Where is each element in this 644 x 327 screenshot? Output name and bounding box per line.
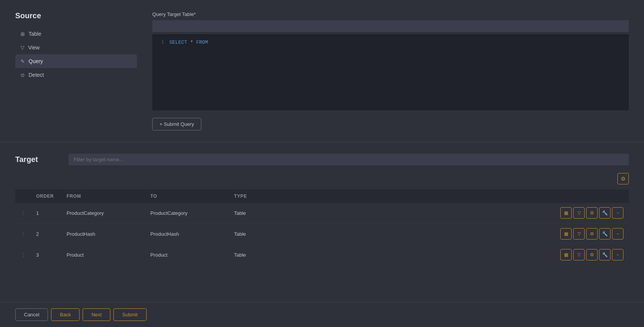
drag-handle-2[interactable]: ⋮	[15, 224, 31, 244]
target-table: ORDER FROM TO TYPE ⋮ 1 ProductCategory P…	[15, 190, 629, 265]
keyword-from: FROM	[196, 40, 208, 45]
order-2: 2	[31, 224, 61, 244]
type-3: Table	[229, 244, 297, 265]
to-3: Product	[145, 244, 229, 265]
from-3: Product	[61, 244, 145, 265]
table-header-row: ORDER FROM TO TYPE	[15, 190, 629, 203]
top-section: Source ⊞ Table ▽ View ✎ Query ⊙ Detect Q…	[0, 0, 644, 138]
sidebar: Source ⊞ Table ▽ View ✎ Query ⊙ Detect	[15, 11, 137, 130]
filter-btn-3[interactable]: ▽	[573, 249, 585, 260]
actions-2: ▦ ▽ ⚙ 🔧 −	[297, 224, 629, 244]
actions-3: ▦ ▽ ⚙ 🔧 −	[297, 244, 629, 265]
action-buttons-2: ▦ ▽ ⚙ 🔧 −	[303, 228, 623, 240]
submit-query-button[interactable]: + Submit Query	[152, 118, 201, 130]
col-to-header: TO	[145, 190, 229, 203]
query-target-input[interactable]	[152, 20, 629, 32]
table-icon: ⊞	[21, 31, 25, 37]
next-button[interactable]: Next	[83, 308, 110, 321]
drag-handle-3[interactable]: ⋮	[15, 244, 31, 265]
sidebar-item-detect[interactable]: ⊙ Detect	[15, 68, 137, 82]
action-buttons-1: ▦ ▽ ⚙ 🔧 −	[303, 207, 623, 219]
main-layout: Source ⊞ Table ▽ View ✎ Query ⊙ Detect Q…	[0, 0, 644, 327]
sidebar-item-table[interactable]: ⊞ Table	[15, 27, 137, 41]
query-content-area: Query Target Table* 1 SELECT * FROM + Su…	[152, 11, 629, 130]
drag-handle-1[interactable]: ⋮	[15, 203, 31, 224]
table-row: ⋮ 2 ProductHash ProductHash Table ▦ ▽ ⚙ …	[15, 224, 629, 244]
col-actions-header	[297, 190, 629, 203]
columns-btn-2[interactable]: ▦	[560, 228, 572, 240]
submit-button[interactable]: Submit	[113, 308, 146, 321]
target-header: Target	[15, 154, 629, 165]
sidebar-item-view[interactable]: ▽ View	[15, 41, 137, 54]
code-editor[interactable]: 1 SELECT * FROM	[152, 34, 629, 110]
table-head: ORDER FROM TO TYPE	[15, 190, 629, 203]
type-2: Table	[229, 224, 297, 244]
target-title: Target	[15, 155, 61, 164]
spacer	[0, 273, 644, 302]
columns-btn-3[interactable]: ▦	[560, 249, 572, 260]
order-3: 3	[31, 244, 61, 265]
table-body: ⋮ 1 ProductCategory ProductCategory Tabl…	[15, 203, 629, 265]
drag-dots-icon: ⋮	[21, 231, 26, 237]
wrench-btn-2[interactable]: 🔧	[599, 228, 611, 240]
action-buttons-3: ▦ ▽ ⚙ 🔧 −	[303, 249, 623, 260]
sidebar-item-detect-label: Detect	[29, 72, 44, 78]
query-label: Query Target Table*	[152, 11, 629, 17]
line-number-1: 1	[152, 40, 169, 45]
settings-btn-1[interactable]: ⚙	[586, 207, 598, 219]
from-2: ProductHash	[61, 224, 145, 244]
from-1: ProductCategory	[61, 203, 145, 224]
to-1: ProductCategory	[145, 203, 229, 224]
footer: Cancel Back Next Submit	[0, 302, 644, 327]
col-type-header: TYPE	[229, 190, 297, 203]
query-icon: ✎	[21, 59, 25, 64]
filter-input[interactable]	[69, 154, 629, 165]
filter-btn-2[interactable]: ▽	[573, 228, 585, 240]
actions-1: ▦ ▽ ⚙ 🔧 −	[297, 203, 629, 224]
remove-btn-1[interactable]: −	[612, 207, 623, 219]
view-icon: ▽	[21, 45, 24, 51]
detect-icon: ⊙	[21, 72, 25, 78]
code-star: *	[190, 40, 196, 45]
wrench-btn-1[interactable]: 🔧	[599, 207, 611, 219]
sidebar-item-view-label: View	[28, 44, 40, 51]
drag-dots-icon: ⋮	[21, 210, 26, 216]
source-title: Source	[15, 11, 137, 20]
back-button[interactable]: Back	[51, 308, 80, 321]
to-2: ProductHash	[145, 224, 229, 244]
col-order-header: ORDER	[31, 190, 61, 203]
sidebar-item-query[interactable]: ✎ Query	[15, 54, 137, 68]
code-content-1: SELECT * FROM	[169, 40, 208, 45]
table-row: ⋮ 3 Product Product Table ▦ ▽ ⚙ 🔧 −	[15, 244, 629, 265]
cancel-button[interactable]: Cancel	[15, 308, 48, 321]
columns-btn-1[interactable]: ▦	[560, 207, 572, 219]
keyword-select: SELECT	[169, 40, 187, 45]
filter-btn-1[interactable]: ▽	[573, 207, 585, 219]
settings-btn-2[interactable]: ⚙	[586, 228, 598, 240]
sidebar-item-table-label: Table	[29, 31, 41, 37]
sidebar-item-query-label: Query	[29, 58, 43, 64]
col-from-header: FROM	[61, 190, 145, 203]
settings-btn-3[interactable]: ⚙	[586, 249, 598, 260]
section-divider	[0, 142, 644, 142]
table-row: ⋮ 1 ProductCategory ProductCategory Tabl…	[15, 203, 629, 224]
code-line-1: 1 SELECT * FROM	[152, 39, 629, 46]
type-1: Table	[229, 203, 297, 224]
wrench-btn-3[interactable]: 🔧	[599, 249, 611, 260]
add-target-button[interactable]: ⚙	[617, 173, 629, 184]
drag-dots-icon: ⋮	[21, 252, 26, 258]
remove-btn-3[interactable]: −	[612, 249, 623, 260]
remove-btn-2[interactable]: −	[612, 228, 623, 240]
bottom-section: Target ⚙ ORDER FROM TO TYPE	[0, 150, 644, 273]
order-1: 1	[31, 203, 61, 224]
col-drag	[15, 190, 31, 203]
